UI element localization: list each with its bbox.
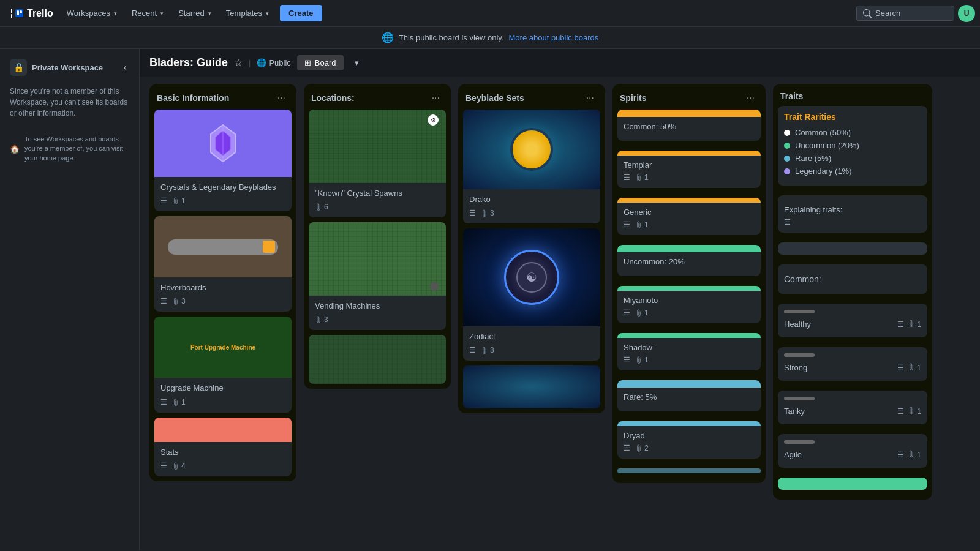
attachment-icon-2 (172, 298, 179, 305)
uncommon-dot (784, 143, 790, 149)
common-label: Common: 50% (624, 122, 755, 131)
spirit-miyamoto-meta: ☰ 1 (624, 309, 755, 317)
visibility-label: Public (269, 58, 290, 67)
spirit-card-common-header[interactable]: Common: 50% (617, 110, 761, 141)
rare-rarity-label: Rare (5%) (795, 154, 831, 163)
card-location-3[interactable] (309, 335, 446, 384)
healthy-checklist: ☰ (897, 320, 904, 329)
workspace-icon: 🔒 (10, 59, 27, 76)
explaining-traits-label: Explaining traits: (784, 201, 921, 218)
common-section-card[interactable]: Common: (778, 264, 927, 294)
spirit-card-dryad[interactable]: Dryad ☰ 2 (617, 421, 761, 459)
tanky-meta: ☰ 1 (897, 407, 921, 416)
board-area: Basic Information ··· (140, 77, 980, 550)
attachment-icon-h (908, 320, 915, 327)
attachment-icon-5 (315, 203, 322, 211)
search-icon (863, 9, 872, 18)
card-zodiact-cover: ☯ (463, 228, 600, 326)
spirit-card-templar[interactable]: Templar ☰ 1 (617, 151, 761, 188)
healthy-bar (784, 310, 815, 313)
trait-strong-item: Strong ☰ 1 (784, 361, 921, 375)
spirit-card-uncommon-header[interactable]: Uncommon: 20% (617, 245, 761, 276)
grid-icon (10, 9, 12, 18)
recent-button[interactable]: Recent ▾ (126, 5, 170, 21)
workspaces-button[interactable]: Workspaces ▾ (61, 5, 123, 21)
strong-count: 1 (908, 363, 921, 372)
miyamoto-checklist: ☰ (624, 309, 630, 317)
board-view-button[interactable]: ⊞ Board (297, 55, 344, 70)
zodiact-beyblade: ☯ (504, 250, 559, 305)
card-zodiact-title: Zodiact (469, 331, 594, 342)
home-icon: 🏠 (10, 144, 20, 154)
lock-icon: 🔒 (13, 62, 24, 72)
templates-button[interactable]: Templates ▾ (220, 5, 275, 21)
trait-rarities-card[interactable]: Trait Rarities Common (50%) Uncommon (20… (778, 106, 927, 186)
upgrade-text: Port Upgrade Machine (190, 344, 255, 351)
search-label: Search (875, 9, 900, 18)
card-crystal-spawns[interactable]: ⚙ "Known" Crystal Spawns 6 (309, 110, 446, 217)
search-box[interactable]: Search (856, 6, 954, 21)
attachment-icon-m (635, 309, 643, 317)
card-zodiact[interactable]: ☯ Zodiact ☰ 8 (463, 228, 600, 361)
spirit-card-legendary-partial[interactable] (617, 468, 761, 473)
card-crystals[interactable]: Crystals & Legendary Beyblades ☰ 1 (154, 110, 292, 211)
top-navigation: Trello Workspaces ▾ Recent ▾ Starred ▾ T… (0, 0, 980, 27)
card-hoverboards-meta: ☰ 3 (160, 297, 285, 305)
card-vending-machines[interactable]: Vending Machines 3 (309, 222, 446, 330)
column-spirits-header: Spirits ··· (612, 84, 766, 110)
tanky-bar (784, 397, 815, 400)
spirit-card-shadow[interactable]: Shadow ☰ 1 (617, 333, 761, 370)
common-color-bar (617, 110, 761, 117)
sidebar-collapse-button[interactable]: ‹ (121, 61, 129, 74)
agile-meta: ☰ 1 (897, 450, 921, 459)
card-drako[interactable]: Drako ☰ 3 (463, 110, 600, 223)
spirit-common-body: Common: 50% (617, 117, 761, 141)
card-drako-meta: ☰ 3 (469, 209, 594, 217)
column-beyblade-more[interactable]: ··· (582, 91, 598, 105)
card-upgrade-machine[interactable]: Port Upgrade Machine Upgrade Machine ☰ 1 (154, 317, 292, 412)
trait-green-partial-card[interactable] (778, 478, 927, 490)
card-location3-cover (309, 335, 446, 384)
star-board-button[interactable]: ☆ (234, 57, 243, 69)
healthy-meta: ☰ 1 (897, 320, 921, 329)
card-upgrade-body: Upgrade Machine ☰ 1 (154, 378, 292, 412)
column-beyblade-header: Beyblade Sets ··· (458, 84, 605, 110)
create-button[interactable]: Create (280, 5, 322, 21)
trait-strong-card[interactable]: Strong ☰ 1 (778, 347, 927, 381)
spirit-shadow-body: Shadow ☰ 1 (617, 338, 761, 370)
trait-agile-card[interactable]: Agile ☰ 1 (778, 434, 927, 468)
column-basic-info-more[interactable]: ··· (274, 91, 289, 105)
sidebar-home-link[interactable]: 🏠 To see Workspaces and boards you're a … (5, 131, 134, 167)
spirit-card-generic[interactable]: Generic ☰ 1 (617, 198, 761, 235)
rarity-rare: Rare (5%) (784, 154, 921, 163)
shadow-color-bar (617, 333, 761, 338)
explaining-traits-card[interactable]: Explaining traits: ☰ (778, 195, 927, 233)
spirit-card-miyamoto[interactable]: Miyamoto ☰ 1 (617, 286, 761, 323)
card-stats[interactable]: Stats ☰ 4 (154, 418, 292, 476)
user-avatar[interactable]: U (958, 5, 975, 22)
trait-healthy-card[interactable]: Healthy ☰ 1 (778, 304, 927, 337)
column-spirits-more[interactable]: ··· (743, 91, 758, 105)
attachment-icon-s (635, 356, 643, 364)
public-boards-link[interactable]: More about public boards (509, 33, 599, 42)
strong-bar (784, 353, 815, 357)
spirit-card-rare-header[interactable]: Rare: 5% (617, 380, 761, 411)
column-beyblade-title: Beyblade Sets (466, 93, 524, 103)
common-rarity-label: Common (50%) (795, 128, 851, 137)
starred-button[interactable]: Starred ▾ (172, 5, 217, 21)
column-locations-more[interactable]: ··· (428, 91, 443, 105)
gray-section-card[interactable] (778, 242, 927, 255)
sidebar-home-text: To see Workspaces and boards you're a me… (24, 135, 129, 163)
spirit-templar-name: Templar (624, 160, 755, 170)
column-locations-header: Locations: ··· (304, 84, 451, 110)
trait-tanky-card[interactable]: Tanky ☰ 1 (778, 391, 927, 424)
crystals-icon (205, 122, 241, 165)
miyamoto-attachment: 1 (635, 309, 649, 317)
card-hoverboards[interactable]: Hoverboards ☰ 3 (154, 216, 292, 312)
board-visibility[interactable]: 🌐 Public (257, 58, 290, 67)
view-label: Board (315, 58, 336, 67)
spirit-templar-body: Templar ☰ 1 (617, 156, 761, 188)
card-beyblade-3[interactable] (463, 365, 600, 408)
shadow-checklist: ☰ (624, 356, 630, 364)
view-chevron-button[interactable]: ▾ (350, 55, 364, 70)
